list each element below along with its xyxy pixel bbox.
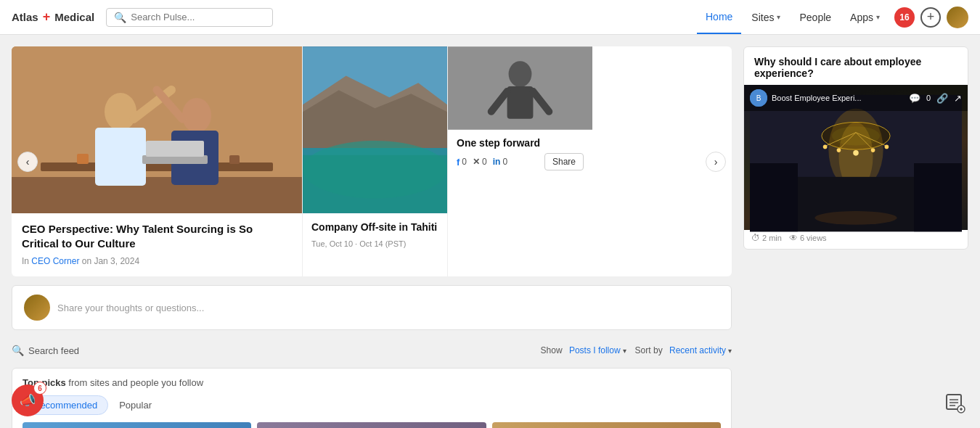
facebook-button[interactable]: f 0 [457, 157, 467, 168]
notification-badge[interactable]: 16 [894, 7, 915, 28]
svg-point-36 [823, 145, 828, 149]
featured-card-3-body: One step forward f 0 ✕ 0 in 0 [448, 130, 592, 178]
sort-filter-value: Recent activity [669, 345, 726, 355]
logo-plus: + [43, 9, 51, 25]
nav-home[interactable]: Home [697, 1, 741, 34]
svg-rect-42 [750, 163, 798, 231]
sort-filter-chevron: ▾ [728, 347, 732, 355]
svg-point-23 [509, 61, 532, 87]
edit-widget-icon [945, 393, 965, 413]
logo[interactable]: Atlas + Medical [12, 9, 94, 25]
nav-links: Home Sites ▾ People Apps ▾ [697, 1, 889, 34]
svg-rect-12 [77, 154, 89, 164]
bottom-notif-count: 6 [33, 382, 46, 395]
tab-popular[interactable]: Popular [108, 395, 163, 415]
svg-point-39 [871, 148, 875, 152]
thought-avatar [24, 295, 50, 321]
top-picks-header: Top picks from sites and people you foll… [23, 377, 721, 388]
svg-point-4 [105, 93, 136, 131]
logo-brand: Medical [54, 11, 94, 23]
logo-name: Atlas [12, 11, 38, 23]
video-comment-count: 0 [926, 94, 931, 102]
chevron-down-icon: ▾ [777, 13, 780, 21]
svg-point-40 [853, 150, 859, 156]
svg-rect-5 [95, 128, 146, 186]
featured-card-3[interactable]: One step forward f 0 ✕ 0 in 0 [447, 46, 592, 276]
show-filter-value: Posts I follow [569, 345, 621, 355]
featured-card-3-image [448, 46, 592, 130]
search-feed-filters: Show Posts I follow ▾ Sort by Recent act… [541, 345, 732, 355]
thought-placeholder[interactable]: Share your thoughts or questions... [57, 303, 204, 313]
featured-card-1[interactable]: CEO Perspective: Why Talent Sourcing is … [12, 46, 302, 276]
svg-rect-11 [146, 141, 204, 157]
video-comment-icon[interactable]: 💬 [909, 93, 920, 104]
pick-card-2[interactable] [257, 422, 486, 428]
video-channel-avatar: B [750, 89, 767, 107]
header: Atlas + Medical 🔍 Home Sites ▾ People Ap… [0, 0, 980, 35]
featured-card-1-title: CEO Perspective: Why Talent Sourcing is … [22, 222, 292, 250]
search-icon: 🔍 [114, 12, 126, 23]
next-button[interactable]: › [706, 152, 726, 172]
sort-filter-button[interactable]: Sort by Recent activity ▾ [635, 345, 732, 355]
search-feed-button[interactable]: 🔍 Search feed [12, 345, 79, 356]
featured-card-2-image [303, 46, 447, 213]
featured-card-2[interactable]: Company Off-site in Tahiti Tue, Oct 10 ·… [302, 46, 447, 276]
twitter-button[interactable]: ✕ 0 [473, 157, 487, 167]
featured-card-3-actions: f 0 ✕ 0 in 0 Share [457, 153, 584, 170]
picks-grid [23, 422, 721, 428]
featured-card-2-meta: Tue, Oct 10 · Oct 14 (PST) [311, 239, 438, 248]
svg-rect-20 [303, 155, 447, 213]
nav-apps[interactable]: Apps ▾ [841, 1, 889, 33]
chevron-down-icon-apps: ▾ [876, 13, 880, 21]
facebook-icon: f [457, 157, 460, 168]
bottom-left-widget[interactable]: 📣 6 [12, 384, 44, 416]
nav-people[interactable]: People [791, 1, 840, 33]
svg-rect-24 [507, 86, 534, 119]
show-filter-chevron: ▾ [623, 347, 626, 355]
top-picks-rest: from sites and people you follow [68, 377, 203, 388]
search-feed-icon: 🔍 [12, 345, 24, 356]
featured-row: ‹ [12, 46, 732, 276]
pick-card-1[interactable] [23, 422, 251, 428]
linkedin-icon: in [493, 157, 501, 167]
sidebar-card: Why should I care about employee experie… [743, 46, 968, 250]
bottom-right-widget[interactable] [942, 390, 968, 416]
featured-card-1-body: CEO Perspective: Why Talent Sourcing is … [12, 213, 302, 276]
twitter-icon: ✕ [473, 157, 480, 167]
thought-box: Share your thoughts or questions... [12, 285, 732, 330]
video-open-icon[interactable]: ↗ [954, 93, 962, 104]
svg-rect-43 [914, 163, 962, 231]
sidebar-video-thumb[interactable]: B Boost Employee Experi... 💬 0 🔗 ↗ [744, 85, 968, 230]
svg-point-38 [837, 148, 841, 152]
avatar[interactable] [947, 7, 968, 28]
search-feed-label: Search feed [28, 345, 79, 356]
linkedin-button[interactable]: in 0 [493, 157, 507, 167]
svg-rect-2 [12, 177, 302, 213]
search-input[interactable] [131, 12, 265, 22]
search-bar: 🔍 [106, 8, 273, 27]
show-filter-button[interactable]: Show Posts I follow ▾ [541, 345, 626, 355]
top-picks-tabs: Recommended Popular [23, 395, 721, 415]
pick-card-3[interactable] [492, 422, 721, 428]
svg-rect-13 [229, 155, 240, 164]
video-channel-name: Boost Employee Experi... [772, 94, 862, 102]
featured-card-3-title: One step forward [457, 137, 584, 149]
svg-point-44 [814, 211, 897, 225]
svg-point-37 [885, 145, 889, 149]
share-button[interactable]: Share [544, 153, 584, 170]
megaphone-icon: 📣 [20, 392, 36, 408]
sidebar-card-title: Why should I care about employee experie… [744, 47, 968, 85]
video-link-icon[interactable]: 🔗 [936, 93, 948, 104]
svg-text:B: B [756, 94, 761, 102]
svg-point-6 [182, 98, 211, 133]
top-picks-section: Top picks from sites and people you foll… [12, 368, 732, 428]
header-actions: 16 + [894, 7, 968, 28]
featured-card-1-image [12, 46, 302, 213]
featured-card-1-link[interactable]: CEO Corner [31, 256, 79, 266]
nav-sites[interactable]: Sites ▾ [743, 1, 789, 33]
prev-button[interactable]: ‹ [17, 152, 38, 172]
featured-card-2-title: Company Off-site in Tahiti [311, 221, 438, 234]
create-button[interactable]: + [920, 7, 941, 28]
sidebar: Why should I care about employee experie… [743, 46, 968, 428]
featured-card-1-meta: In CEO Corner on Jan 3, 2024 [22, 256, 292, 266]
